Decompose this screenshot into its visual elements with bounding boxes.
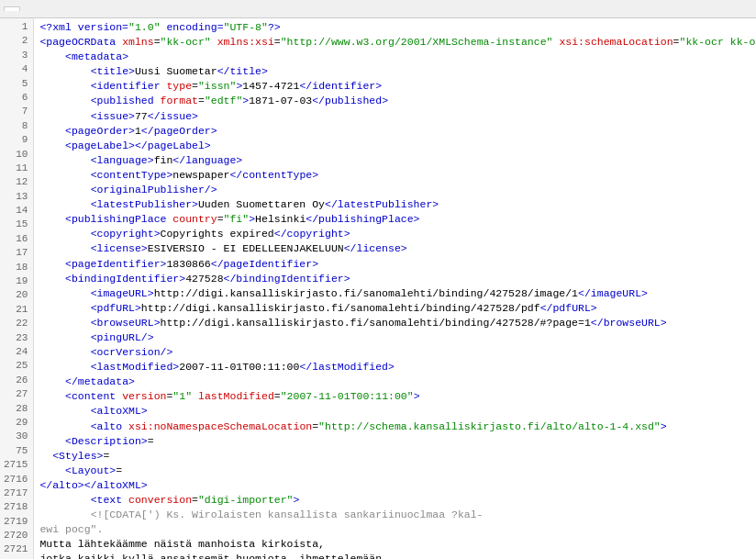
line-number: 2720 [4, 529, 28, 542]
code-line: <pageIdentifier>1830866</pageIdentifier> [39, 257, 750, 272]
line-number: 27 [4, 387, 28, 401]
code-line: <Description>= [39, 434, 750, 449]
line-number: 2718 [4, 500, 28, 514]
line-number: 29 [4, 416, 28, 430]
code-line: <title>Uusi Suometar</title> [39, 64, 750, 79]
code-line: <ocrVersion/> [39, 345, 750, 360]
code-line: <altoXML> [39, 404, 750, 419]
line-number: 2 [4, 34, 28, 48]
line-number: 75 [4, 444, 28, 458]
line-number: 16 [4, 232, 28, 246]
code-line: <license>ESIVERSIO - EI EDELLEENJAKELUUN… [39, 241, 750, 256]
tab-bar [0, 0, 756, 18]
line-number: 25 [4, 359, 28, 373]
line-numbers: 1234567891011121314151617181920212223242… [0, 18, 34, 559]
line-number: 15 [4, 218, 28, 231]
line-number: 26 [4, 374, 28, 387]
encoding-tab[interactable] [4, 6, 20, 11]
code-line: jotka kaikki kyllä ansaitsemät huomiota,… [39, 552, 750, 559]
code-line: <language>fin</language> [39, 153, 750, 168]
line-number: 3 [4, 49, 28, 62]
line-number: 1 [4, 20, 28, 34]
code-line: <pageOCRData xmlns="kk-ocr" xmlns:xsi="h… [39, 35, 750, 50]
code-line: ewi pocg". [39, 522, 750, 537]
line-number: 18 [4, 261, 28, 274]
code-line: <metadata> [39, 50, 750, 64]
line-number: 19 [4, 274, 28, 288]
code-line: <bindingIdentifier>427528</bindingIdenti… [39, 272, 750, 286]
line-number: 6 [4, 91, 28, 105]
code-line: <pageLabel></pageLabel> [39, 139, 750, 153]
code-line: <pingURL/> [39, 330, 750, 345]
code-line: <contentType>newspaper</contentType> [39, 168, 750, 183]
line-number: 30 [4, 430, 28, 443]
line-number: 22 [4, 317, 28, 330]
code-line: <imageURL>http://digi.kansalliskirjasto.… [39, 286, 750, 301]
code-line: <![CDATA[') Ks. Wirolaisten kansallista … [39, 508, 750, 522]
line-number: 8 [4, 119, 28, 133]
code-line: <content version="1" lastModified="2007-… [39, 389, 750, 404]
code-line: <text conversion="digi-importer"> [39, 493, 750, 508]
editor-container: 1234567891011121314151617181920212223242… [0, 0, 756, 559]
line-number: 14 [4, 204, 28, 218]
line-number: 13 [4, 190, 28, 204]
line-number: 10 [4, 148, 28, 162]
line-number: 2715 [4, 458, 28, 472]
code-content[interactable]: <?xml version="1.0" encoding="UTF-8"?><p… [34, 18, 756, 559]
line-number: 12 [4, 175, 28, 189]
code-line: <lastModified>2007-11-01T00:11:00</lastM… [39, 360, 750, 375]
code-line: <latestPublisher>Uuden Suomettaren Oy</l… [39, 197, 750, 212]
line-number: 11 [4, 162, 28, 175]
code-line: <published format="edtf">1871-07-03</pub… [39, 94, 750, 108]
code-line: </metadata> [39, 375, 750, 389]
code-line: <originalPublisher/> [39, 183, 750, 197]
code-line: <Layout>= [39, 464, 750, 478]
code-line: <copyright>Copyrights expired</copyright… [39, 227, 750, 241]
code-line: </alto></altoXML> [39, 478, 750, 493]
line-number: 23 [4, 331, 28, 345]
code-line: <Styles>= [39, 449, 750, 464]
code-line: <publishingPlace country="fi">Helsinki</… [39, 212, 750, 227]
code-line: <pdfURL>http://digi.kansalliskirjasto.fi… [39, 301, 750, 316]
code-area: 1234567891011121314151617181920212223242… [0, 18, 756, 559]
line-number: 7 [4, 105, 28, 118]
line-number: 17 [4, 246, 28, 260]
code-line: <?xml version="1.0" encoding="UTF-8"?> [39, 20, 750, 35]
line-number: 2721 [4, 542, 28, 556]
code-line: <issue>77</issue> [39, 109, 750, 124]
line-number: 4 [4, 62, 28, 76]
line-number: 2717 [4, 486, 28, 500]
code-line: <alto xsi:noNamespaceSchemaLocation="htt… [39, 419, 750, 434]
line-number: 28 [4, 402, 28, 416]
code-line: Mutta lähtekäämme näistä manhoista kirko… [39, 537, 750, 552]
line-number: 2719 [4, 515, 28, 529]
code-line: <browseURL>http://digi.kansalliskirjasto… [39, 316, 750, 330]
line-number: 21 [4, 303, 28, 317]
line-number: 9 [4, 133, 28, 147]
line-number: 5 [4, 77, 28, 91]
line-number: 2716 [4, 473, 28, 486]
code-line: <identifier type="issn">1457-4721</ident… [39, 79, 750, 94]
code-line: <pageOrder>1</pageOrder> [39, 124, 750, 139]
line-number: 24 [4, 345, 28, 359]
line-number: 20 [4, 288, 28, 302]
